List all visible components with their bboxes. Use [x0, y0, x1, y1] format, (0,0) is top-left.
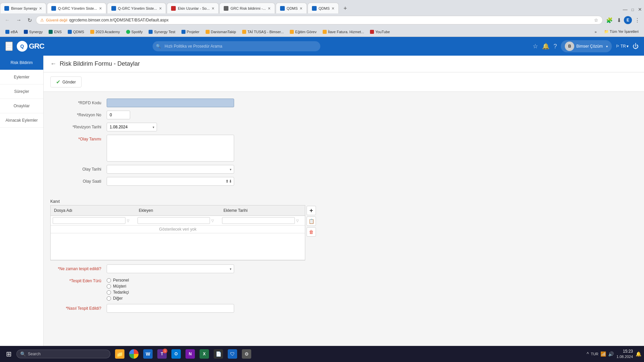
wifi-icon[interactable]: 📶 — [600, 351, 606, 357]
bookmark-danisman[interactable]: DanismanTakip — [203, 29, 239, 35]
radio-input-musteri[interactable] — [107, 284, 111, 289]
browser-tab-4[interactable]: Ekin Uzunlar - So... × — [167, 3, 219, 13]
bookmark-synergy-test[interactable]: Synergy Test — [146, 29, 178, 35]
tab-close-5[interactable]: × — [268, 6, 270, 11]
taskbar-app-teams[interactable]: T 1 — [155, 347, 169, 361]
back-button[interactable]: ← — [50, 60, 56, 67]
taskbar-app-outlook[interactable]: O — [169, 347, 183, 361]
minimize-button[interactable]: — — [621, 5, 630, 13]
radio-input-tedarikci[interactable] — [107, 290, 111, 295]
bookmark-eba[interactable]: eBA — [3, 29, 20, 35]
sidebar-item-onaycilar[interactable]: Onaylılar — [0, 99, 43, 113]
tab-close-1[interactable]: × — [39, 6, 42, 11]
ekleyen-filter[interactable] — [138, 217, 210, 224]
radio-diger[interactable]: Diğer — [107, 296, 129, 301]
extensions-button[interactable]: 🧩 — [605, 16, 614, 25]
browser-tab-7[interactable]: QDMS × — [308, 3, 339, 13]
volume-icon[interactable]: 🔊 — [608, 351, 614, 357]
tab-close-4[interactable]: × — [212, 6, 214, 11]
upload-evidence-button[interactable]: 📋 — [307, 217, 316, 226]
star-header-button[interactable]: ☆ — [533, 43, 538, 50]
menu-button[interactable]: ⋮ — [633, 16, 641, 25]
radio-input-personel[interactable] — [107, 278, 111, 283]
user-profile-button[interactable]: B Bimser Çözüm ▾ — [561, 40, 612, 52]
ekleyen-filter-icon[interactable]: ▽ — [211, 219, 215, 223]
help-button[interactable]: ? — [553, 43, 557, 50]
bookmark-synergy[interactable]: Synergy — [21, 29, 45, 35]
bookmark-spotify[interactable]: Spotify — [123, 29, 146, 35]
browser-tab-1[interactable]: Bimser Synergy × — [0, 3, 46, 13]
search-input[interactable] — [153, 41, 320, 51]
send-button[interactable]: ✔ Gönder — [50, 76, 82, 87]
ekleme-tarihi-filter-icon[interactable]: ▽ — [296, 219, 300, 223]
chevron-up-icon[interactable]: ^ — [587, 351, 589, 357]
tab-close-7[interactable]: × — [332, 6, 334, 11]
start-button[interactable]: ⊞ — [3, 348, 15, 360]
notification-center-icon[interactable]: 🔔 — [636, 351, 641, 357]
all-bookmarks-folder[interactable]: 📁 Tüm Yer İşaretleri — [601, 29, 641, 35]
bookmark-tai[interactable]: TAİ TUSAŞ - Bimser... — [239, 29, 286, 35]
notification-button[interactable]: 🔔 — [542, 43, 549, 50]
taskbar-search[interactable]: 🔍 Search — [16, 350, 110, 358]
taskbar-app-word[interactable]: W — [141, 347, 155, 361]
radio-musteri[interactable]: Müşteri — [107, 284, 129, 289]
radio-input-diger[interactable] — [107, 296, 111, 301]
taskbar-app-settings[interactable]: ⚙ — [240, 347, 253, 361]
sidebar-item-surecler[interactable]: Süreçler — [0, 84, 43, 99]
maximize-button[interactable]: □ — [630, 6, 636, 13]
browser-tab-5[interactable]: GRC Risk bildirimi -... × — [219, 3, 275, 13]
bookmark-academy[interactable]: 2023 Academy — [88, 29, 123, 35]
ne-zaman-select[interactable] — [107, 264, 234, 273]
taskbar-app-chrome[interactable] — [127, 347, 141, 361]
taskbar-app-notepad[interactable]: 📄 — [212, 347, 225, 361]
new-tab-button[interactable]: + — [341, 4, 350, 13]
radio-personel[interactable]: Personel — [107, 278, 129, 283]
delete-evidence-button[interactable]: 🗑 — [307, 227, 316, 237]
taskbar-app-explorer[interactable]: 📁 — [113, 347, 126, 361]
taskbar-app-excel[interactable]: X — [198, 347, 211, 361]
bookmark-ilave[interactable]: İlave Fatura. Hizmet... — [320, 29, 367, 35]
header-right: ☆ 🔔 ? B Bimser Çözüm ▾ 🏳 TR ▾ ⏻ — [533, 40, 639, 52]
tab-close-2[interactable]: × — [99, 6, 102, 11]
bookmarks-more-button[interactable]: » — [592, 29, 599, 35]
bookmark-youtube[interactable]: YouTube — [367, 29, 392, 35]
language-button[interactable]: 🏳 TR ▾ — [616, 44, 629, 49]
browser-tab-2[interactable]: Q-GRC Yönetim Siste... × — [47, 3, 106, 13]
bookmark-egitim[interactable]: Eğitim Görev — [287, 29, 319, 35]
dosya-adi-filter[interactable] — [53, 217, 125, 224]
bookmark-qdms[interactable]: QDMS — [65, 29, 87, 35]
downloads-button[interactable]: ⬇ — [615, 16, 623, 25]
taskbar-app-onenote[interactable]: N — [183, 347, 197, 361]
browser-tab-3[interactable]: Q-GRC Yönetim Siste... × — [107, 3, 166, 13]
star-icon[interactable]: ☆ — [594, 17, 598, 23]
revizyon-tarihi-select[interactable]: 1.08.2024 — [107, 123, 157, 131]
tab-close-3[interactable]: × — [159, 6, 162, 11]
nasil-tespit-input[interactable] — [107, 304, 234, 313]
rdfd-kodu-input[interactable] — [107, 99, 234, 107]
close-button[interactable]: ✕ — [636, 5, 644, 13]
forward-nav-button[interactable]: → — [14, 16, 23, 24]
tab-close-6[interactable]: × — [300, 6, 303, 11]
logout-button[interactable]: ⏻ — [633, 43, 639, 50]
sidebar-item-eylemler[interactable]: Eylemler — [0, 70, 43, 84]
taskbar-clock[interactable]: 15:23 1.08.2024 — [616, 349, 633, 359]
revizyon-no-input[interactable] — [107, 111, 130, 119]
olay-tarihi-select[interactable] — [107, 165, 234, 174]
bookmark-projeler[interactable]: Projeler — [179, 29, 202, 35]
taskbar-app-defender[interactable]: 🛡 — [226, 347, 239, 361]
add-evidence-button[interactable]: + — [307, 206, 316, 215]
radio-tedarikci[interactable]: Tedarikçi — [107, 290, 129, 295]
back-nav-button[interactable]: ← — [3, 16, 12, 24]
olay-saati-input[interactable] — [107, 177, 234, 186]
bookmark-ens[interactable]: ENS — [46, 29, 64, 35]
dosya-adi-filter-icon[interactable]: ▽ — [126, 219, 130, 223]
app-menu-button[interactable]: ☰ — [5, 42, 13, 51]
address-input[interactable] — [69, 18, 592, 22]
olay-tanimi-input[interactable] — [107, 135, 234, 162]
profile-button[interactable]: E — [624, 16, 632, 24]
sidebar-item-risk-bildirim[interactable]: Risk Bildirim — [0, 56, 43, 70]
sidebar-item-alinacak-eylemler[interactable]: Alınacak Eylemler — [0, 113, 43, 128]
ekleme-tarihi-filter[interactable] — [222, 217, 295, 224]
reload-button[interactable]: ↻ — [25, 16, 34, 25]
browser-tab-6[interactable]: QDMS × — [276, 3, 307, 13]
